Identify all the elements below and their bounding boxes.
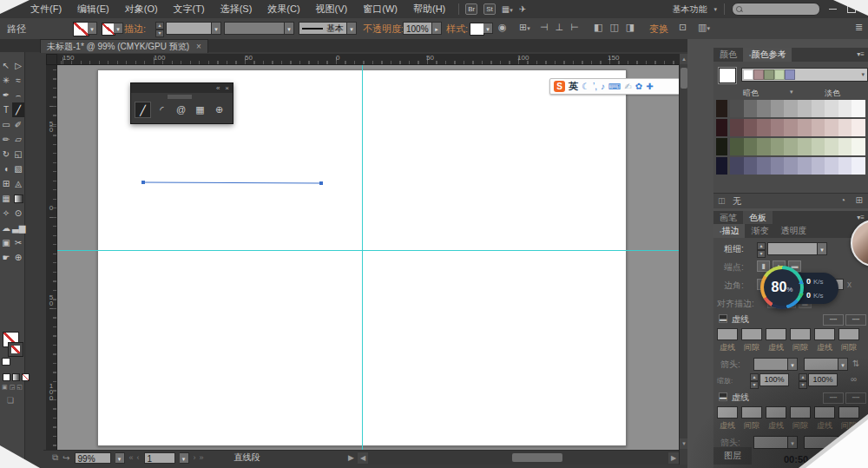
dash-value-field[interactable] xyxy=(766,328,786,340)
draw-behind-icon[interactable]: ◲ xyxy=(10,384,16,391)
menubar-item-2[interactable]: 编辑(E) xyxy=(69,0,117,18)
weight-stepper[interactable]: ▴▾ xyxy=(757,242,766,258)
menubar-item-6[interactable]: 效果(C) xyxy=(260,0,307,18)
gradient-button[interactable] xyxy=(12,373,20,381)
distribute-left-icon[interactable]: ◧ xyxy=(594,22,602,33)
tab-stroke[interactable]: ◦描边 xyxy=(713,224,745,238)
color-button[interactable] xyxy=(3,373,10,381)
drag-handle[interactable] xyxy=(168,95,192,99)
current-color-swatch[interactable] xyxy=(719,68,736,83)
line-segment-tool[interactable]: ╱ xyxy=(12,102,24,117)
variation-swatch[interactable] xyxy=(825,157,838,175)
edit-colors-icon[interactable]: ◔ xyxy=(840,195,845,205)
variation-swatch[interactable] xyxy=(784,157,798,175)
shape-builder-tool[interactable]: ⊞ xyxy=(0,176,12,191)
rectangular-grid-tool[interactable]: ▦ xyxy=(192,102,208,118)
fill-dropdown-arrow[interactable]: ▾ xyxy=(88,22,97,35)
last-artboard-button[interactable]: » xyxy=(200,453,204,462)
stock-button[interactable]: St xyxy=(483,3,496,15)
artboard-dropdown[interactable]: ▾ xyxy=(180,452,189,464)
soft-keyboard-icon[interactable]: ⌨ xyxy=(608,82,621,91)
variation-swatch[interactable] xyxy=(716,157,727,175)
direct-selection-tool[interactable]: ▷ xyxy=(12,58,24,73)
opacity-field[interactable]: 100% xyxy=(403,22,432,35)
search-input[interactable] xyxy=(732,3,820,16)
export-icon[interactable]: ↪ xyxy=(62,453,69,463)
save-color-group-icon[interactable]: ⊞ xyxy=(856,195,863,205)
anchor-point[interactable] xyxy=(319,181,323,185)
variation-swatch[interactable] xyxy=(784,138,798,155)
variation-swatch[interactable] xyxy=(798,138,812,155)
spiral-tool[interactable]: @ xyxy=(173,102,189,118)
draw-inside-icon[interactable]: ◱ xyxy=(16,384,23,391)
limit-colors-icon[interactable]: ◫ xyxy=(718,196,726,205)
variation-swatch[interactable] xyxy=(744,157,758,175)
style-dropdown[interactable]: ▾ xyxy=(483,23,493,34)
zoom-tool[interactable]: ⊕ xyxy=(12,250,24,265)
hand-tool[interactable]: ☛ xyxy=(0,250,12,265)
isolate-icon[interactable]: ▥▾ xyxy=(698,22,710,33)
horizontal-scrollbar[interactable]: ◀ ▶ xyxy=(358,450,679,465)
anchor-point[interactable] xyxy=(141,181,145,184)
prev-artboard-button[interactable]: ‹ xyxy=(137,453,140,462)
selection-tool[interactable]: ↖ xyxy=(0,58,12,73)
eraser-tool[interactable]: ▱ xyxy=(12,132,24,147)
mesh-tool[interactable]: ▦ xyxy=(0,191,12,206)
free-transform-tool[interactable]: ▧ xyxy=(12,161,24,176)
scale-tool[interactable]: ◱ xyxy=(12,147,24,161)
variation-swatch[interactable] xyxy=(730,157,744,175)
none-button[interactable] xyxy=(22,373,30,381)
toolbox-icon[interactable]: ✚ xyxy=(646,82,653,91)
variation-swatch[interactable] xyxy=(716,119,727,136)
english-mode-indicator[interactable]: 英 xyxy=(569,80,578,93)
stepper-up-icon[interactable]: ▴ xyxy=(155,22,164,30)
variation-swatch[interactable] xyxy=(744,100,758,117)
weight-field[interactable] xyxy=(767,242,818,255)
bounding-box-icon[interactable]: ⊡ xyxy=(679,22,687,33)
chevron-down-icon[interactable]: ▾ xyxy=(790,89,793,96)
variation-swatch[interactable] xyxy=(730,100,744,117)
slice-tool[interactable]: ✂ xyxy=(12,235,24,250)
width-profile-field[interactable] xyxy=(224,22,285,35)
variation-swatch[interactable] xyxy=(730,138,744,155)
perspective-grid-tool[interactable]: ◬ xyxy=(12,176,24,191)
variation-swatch[interactable] xyxy=(784,119,798,136)
style-swatch[interactable] xyxy=(470,23,484,36)
magic-wand-tool[interactable]: ✳ xyxy=(0,73,12,88)
dash-value-field[interactable] xyxy=(741,328,762,340)
variation-swatch[interactable] xyxy=(838,157,852,175)
tab-color-guide[interactable]: ◦颜色参考 xyxy=(743,48,792,62)
variation-swatch[interactable] xyxy=(852,100,865,117)
select-similar-icon[interactable]: ⊞▾ xyxy=(519,22,530,33)
tab-color[interactable]: 颜色 xyxy=(713,48,743,62)
stroke-weight-link[interactable]: 描边: xyxy=(124,23,146,36)
dashed-checkbox[interactable]: ▬ xyxy=(719,314,727,323)
variation-swatch[interactable] xyxy=(757,119,771,136)
variation-swatch[interactable] xyxy=(838,138,852,155)
rectangle-tool[interactable]: ▭ xyxy=(0,117,12,132)
eyedropper-tool[interactable]: ✧ xyxy=(0,206,12,221)
variation-swatch[interactable] xyxy=(744,138,758,155)
menubar-item-1[interactable]: 文件(F) xyxy=(23,0,69,18)
menubar-item-4[interactable]: 文字(T) xyxy=(166,0,213,18)
dash-value-field[interactable] xyxy=(838,328,859,340)
line-segment-tool[interactable]: ╱ xyxy=(135,102,151,118)
chevron-down-icon[interactable]: ▾ xyxy=(713,6,717,13)
variation-swatch[interactable] xyxy=(812,157,825,175)
width-tool[interactable]: ◖ xyxy=(0,161,12,176)
harmony-rule-dropdown[interactable]: ▾ xyxy=(741,68,868,82)
variation-swatch[interactable] xyxy=(757,100,771,117)
polar-grid-tool[interactable]: ⊕ xyxy=(211,102,227,118)
opacity-link[interactable]: 不透明度: xyxy=(363,23,404,36)
collapse-icon[interactable]: « xyxy=(216,83,220,93)
variation-swatch[interactable] xyxy=(852,138,865,155)
variation-swatch[interactable] xyxy=(716,138,727,155)
distribute-right-icon[interactable]: ◨ xyxy=(626,22,635,33)
curvature-tool[interactable]: ⌢ xyxy=(12,88,24,102)
night-mode-icon[interactable]: ☾ xyxy=(582,82,589,91)
pen-tool[interactable]: ✒ xyxy=(0,88,12,102)
vertical-ruler[interactable]: 5 005 01 0 0 xyxy=(46,65,57,450)
variation-swatch[interactable] xyxy=(852,119,865,136)
close-icon[interactable]: × xyxy=(196,40,201,53)
first-artboard-button[interactable]: « xyxy=(129,453,134,462)
